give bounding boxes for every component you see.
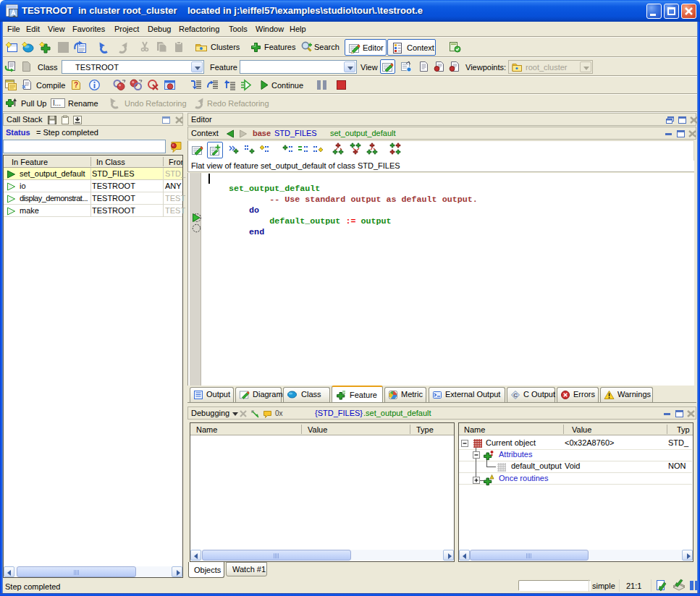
svg-text:?: ? bbox=[74, 81, 78, 89]
svg-text:I...: I... bbox=[53, 99, 61, 107]
svg-text:C: C bbox=[513, 392, 518, 399]
